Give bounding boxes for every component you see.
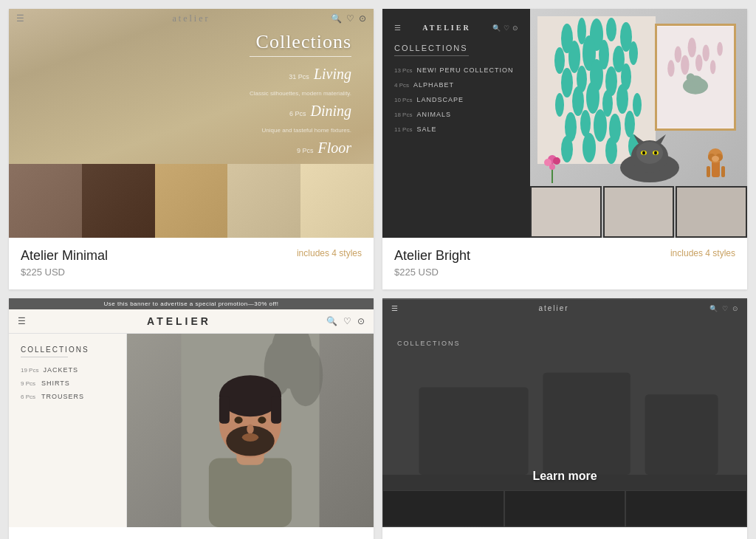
search-icon[interactable]: 🔍 [326, 316, 337, 327]
card2-name: Atelier Bright [394, 248, 470, 264]
pink-print-frame [655, 24, 736, 131]
svg-rect-64 [721, 166, 725, 177]
list-item: 6 Pcs Dining Unique and tasteful home fi… [250, 103, 351, 134]
hamburger-icon[interactable]: ☰ [391, 304, 398, 312]
search-icon[interactable]: 🔍 [492, 24, 501, 32]
collection-desc: Classic silhouettes, modern materiality. [250, 90, 351, 97]
card3-preview: Use this banner to advertise a special p… [9, 298, 374, 527]
collection-living: 31 Pcs Living [250, 66, 351, 83]
list-item[interactable]: 13 Pcs NEW! PERU COLLECTION [394, 66, 518, 74]
thumbnail-2 [603, 186, 675, 238]
list-item[interactable]: 10 Pcs LANDSCAPE [394, 96, 518, 103]
svg-point-12 [561, 68, 573, 97]
svg-point-22 [633, 93, 642, 117]
card2-collections-label: COLLECTIONS [394, 44, 518, 52]
card3-nav-panel: COLLECTIONS 19 Pcs JACKETS 9 Pcs SHIRTS … [9, 334, 127, 527]
svg-point-6 [554, 47, 565, 74]
pcs-label: 9 Pcs [21, 380, 37, 387]
card1-collections-title: Collections [250, 31, 351, 57]
hamburger-icon[interactable]: ☰ [18, 316, 26, 327]
card2-text-group: Atelier Bright $225 USD [394, 248, 470, 278]
svg-point-24 [580, 110, 591, 137]
card2-nav-row: ☰ ATELIER 🔍 ♡ ⊙ [394, 24, 518, 32]
card4-collections-label: COLLECTIONS [397, 340, 461, 347]
card2-nav-panel: ☰ ATELIER 🔍 ♡ ⊙ COLLECTIONS 13 Pcs NEW! … [382, 9, 530, 238]
svg-point-76 [234, 416, 242, 423]
svg-point-46 [636, 142, 663, 164]
card1-text-group: Atelier Minimal $225 USD [21, 248, 108, 278]
card4-collections-area: COLLECTIONS [397, 335, 461, 349]
search-icon[interactable]: 🔍 [331, 13, 342, 24]
pcs-label: 4 Pcs [394, 82, 409, 89]
card4-thumbnail-1 [382, 490, 504, 527]
strip-image-3 [155, 164, 228, 238]
svg-rect-63 [707, 166, 710, 177]
svg-point-36 [717, 42, 723, 56]
heart-icon[interactable]: ♡ [722, 305, 728, 312]
heart-icon[interactable]: ♡ [504, 24, 509, 32]
cart-icon[interactable]: ⊙ [357, 316, 365, 327]
card2-price: $225 USD [394, 267, 470, 278]
learn-more-text: Learn more [532, 470, 597, 482]
list-item[interactable]: 18 Pcs ANIMALS [394, 111, 518, 118]
list-item[interactable]: 9 Pcs SHIRTS [21, 380, 114, 387]
hamburger-icon[interactable]: ☰ [394, 24, 401, 32]
card3-body: COLLECTIONS 19 Pcs JACKETS 9 Pcs SHIRTS … [9, 334, 374, 527]
svg-point-17 [555, 93, 564, 117]
collection-name: Living [314, 66, 351, 83]
collection-name: SHIRTS [41, 380, 70, 387]
svg-point-35 [702, 45, 709, 62]
card3-promo-banner: Use this banner to advertise a special p… [9, 298, 374, 309]
flowers-decoration [537, 146, 567, 186]
card2-image-panel [530, 9, 747, 238]
product-card-dark: ☰ atelier 🔍 ♡ ⊙ COLLECTIONS Learn more A… [382, 298, 747, 539]
cart-icon[interactable]: ⊙ [359, 13, 366, 24]
card1-bottom-strip [9, 164, 374, 238]
svg-point-18 [572, 86, 584, 116]
svg-point-25 [594, 109, 607, 142]
card4-thumbnail-2 [504, 490, 626, 527]
svg-point-52 [654, 151, 657, 155]
list-item: 31 Pcs Living Classic silhouettes, moder… [250, 66, 351, 97]
list-item[interactable]: 11 Pcs SALE [394, 126, 518, 133]
card4-learn-more-area[interactable]: Learn more [532, 470, 597, 483]
svg-rect-84 [645, 394, 718, 475]
thumbnail-1 [530, 186, 602, 238]
card1-info: Atelier Minimal $225 USD includes 4 styl… [9, 238, 374, 289]
search-icon[interactable]: 🔍 [709, 305, 718, 312]
collection-name: SALE [416, 126, 436, 133]
list-item[interactable]: 19 Pcs JACKETS [21, 366, 114, 374]
svg-point-37 [667, 60, 674, 77]
pcs-label: 13 Pcs [394, 67, 412, 74]
card3-image-panel [127, 334, 374, 527]
cart-icon[interactable]: ⊙ [512, 24, 518, 32]
card1-logo: atelier [173, 13, 210, 24]
pcs-label: 18 Pcs [394, 111, 412, 118]
svg-point-40 [710, 60, 716, 74]
card4-logo: atelier [398, 304, 709, 312]
cat-figure [613, 131, 687, 182]
card1-nav: ☰ atelier 🔍 ♡ ⊙ [9, 9, 374, 29]
card2-nav-icons: 🔍 ♡ ⊙ [492, 24, 518, 32]
collection-desc: Unique and tasteful home fixtures. [250, 127, 351, 134]
svg-rect-73 [219, 396, 230, 423]
list-item[interactable]: 4 Pcs ALPHABET [394, 81, 518, 89]
svg-point-62 [712, 156, 719, 162]
heart-icon[interactable]: ♡ [346, 13, 354, 24]
pcs-label: 11 Pcs [394, 126, 412, 133]
strip-image-5 [300, 164, 374, 238]
svg-point-34 [688, 38, 696, 57]
svg-rect-69 [209, 458, 292, 527]
monkey-toy [703, 144, 729, 188]
list-item[interactable]: 6 Pcs TROUSERS [21, 393, 114, 400]
cart-icon[interactable]: ⊙ [732, 305, 738, 312]
card1-nav-icons: 🔍 ♡ ⊙ [331, 13, 366, 24]
hamburger-icon[interactable]: ☰ [16, 13, 24, 24]
product-card-minimal: ☰ atelier 🔍 ♡ ⊙ Collections 31 Pcs Livin… [9, 9, 374, 289]
svg-point-57 [549, 164, 555, 170]
card4-thumbnail-3 [625, 490, 747, 527]
card2-thumbnails [530, 186, 747, 238]
pcs-label: 6 Pcs [289, 110, 306, 117]
heart-icon[interactable]: ♡ [343, 316, 351, 327]
svg-rect-82 [419, 387, 528, 475]
